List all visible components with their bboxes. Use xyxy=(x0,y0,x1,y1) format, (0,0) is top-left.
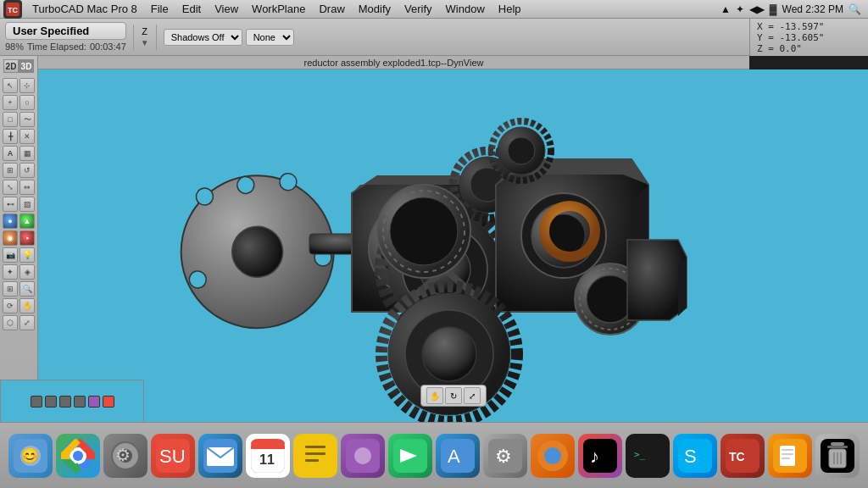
view3d-tool[interactable]: ⬡ xyxy=(3,315,18,330)
svg-text:⚙: ⚙ xyxy=(495,446,512,467)
none-dropdown[interactable]: None xyxy=(246,29,294,46)
dock-itunes[interactable]: ♪ xyxy=(578,434,622,478)
viewport[interactable]: ✋ ↻ ⤢ xyxy=(38,69,868,422)
scale-tool[interactable]: ⤡ xyxy=(3,180,18,195)
tool-row-8: ⊷ ▨ xyxy=(3,197,35,212)
dock-finder[interactable]: 😊 xyxy=(8,434,53,478)
dimension-tool[interactable]: ⊷ xyxy=(3,197,18,212)
arrow-tool[interactable]: ↖ xyxy=(3,78,18,93)
progress-row: 98% Time Elapsed: 00:03:47 xyxy=(5,42,126,52)
dock-turbocad[interactable]: TC xyxy=(721,434,765,478)
sphere-tool[interactable]: ● xyxy=(3,214,18,229)
wave-tool[interactable]: 〜 xyxy=(19,112,35,127)
dock-facetime[interactable] xyxy=(388,434,432,478)
tool-row-2: + ○ xyxy=(3,95,35,110)
bluetooth-icon: ✦ xyxy=(736,3,744,15)
dock-appstore[interactable]: A xyxy=(436,434,480,478)
time-label: Time Elapsed: xyxy=(27,42,86,52)
mini-viewport xyxy=(0,380,144,422)
float-toolbar: ✋ ↻ ⤢ xyxy=(420,385,487,407)
svg-text:SU: SU xyxy=(159,446,186,467)
mirror-tool[interactable]: ⇔ xyxy=(19,180,35,195)
dock: 😊 ⚙ SU 11 A ⚙ ♪ >_ xyxy=(0,422,868,488)
battery-icon: ▓ xyxy=(770,3,777,15)
menu-draw[interactable]: Draw xyxy=(312,1,351,17)
svg-rect-84 xyxy=(782,458,790,459)
add-tool[interactable]: + xyxy=(3,95,18,110)
dock-mail[interactable] xyxy=(198,434,242,478)
menu-file[interactable]: File xyxy=(144,1,175,17)
tool-row-12: ✦ ◈ xyxy=(3,264,35,280)
dock-system2[interactable]: ⚙ xyxy=(483,434,527,478)
cone-tool[interactable]: ▲ xyxy=(19,214,35,229)
dock-chrome[interactable] xyxy=(56,434,100,478)
menu-help[interactable]: Help xyxy=(492,1,528,17)
cylinder-tool[interactable]: ◉ xyxy=(3,230,18,246)
filename-text: reductor assembly exploded1.tcp--DynView xyxy=(304,58,484,68)
tool-row-4: ╋ ✕ xyxy=(3,129,35,144)
shadows-dropdown[interactable]: Shadows Off xyxy=(164,29,242,46)
rect-tool[interactable]: □ xyxy=(3,112,18,127)
rotate-tool[interactable]: ↺ xyxy=(19,163,35,178)
left-panel: 2D 3D ↖ ⊹ + ○ □ 〜 ╋ ✕ A ▦ ⊞ ↺ ⤡ ⇔ ⊷ ▨ ● … xyxy=(0,56,38,422)
mini-icon-1 xyxy=(31,396,42,408)
dock-trash[interactable] xyxy=(815,434,860,478)
zoom-fit-tool[interactable]: ⤢ xyxy=(19,315,35,330)
rotate3d-tool[interactable]: ↻ xyxy=(445,387,462,404)
snap-tool[interactable]: ⊞ xyxy=(3,163,18,178)
hand-tool[interactable]: ✋ xyxy=(426,387,443,404)
zoom-tool[interactable]: 🔍 xyxy=(19,281,35,297)
dock-sketchup[interactable]: SU xyxy=(151,434,195,478)
image-tool[interactable]: ▦ xyxy=(19,146,35,161)
wifi-icon: ▲ xyxy=(721,3,731,15)
text-tool[interactable]: A xyxy=(3,146,18,161)
tool-row-15: ⬡ ⤢ xyxy=(3,315,35,330)
menu-window[interactable]: Window xyxy=(439,1,492,17)
svg-rect-60 xyxy=(305,459,319,462)
cross-tool[interactable]: ╋ xyxy=(3,129,18,144)
tool-row-9: ● ▲ xyxy=(3,214,35,229)
dock-docs[interactable] xyxy=(768,434,812,478)
menu-modify[interactable]: Modify xyxy=(352,1,398,17)
svg-point-27 xyxy=(390,197,458,265)
dock-system-prefs[interactable]: ⚙ xyxy=(103,434,147,478)
menu-edit[interactable]: Edit xyxy=(175,1,208,17)
circle-tool[interactable]: ○ xyxy=(19,95,35,110)
spotlight-icon[interactable]: 🔍 xyxy=(849,3,861,15)
svg-text:⚙: ⚙ xyxy=(115,446,131,464)
x-tool[interactable]: ✕ xyxy=(19,129,35,144)
zoom-fit-btn[interactable]: ⤢ xyxy=(464,387,481,404)
box-tool[interactable]: ▪ xyxy=(19,230,35,246)
dock-calendar[interactable]: 11 xyxy=(246,434,290,478)
menu-verify[interactable]: Verify xyxy=(398,1,439,17)
render-tool[interactable]: ✦ xyxy=(3,264,18,280)
camera-tool[interactable]: 📷 xyxy=(3,247,18,263)
toolbar-sep-2 xyxy=(156,25,157,50)
dock-skype[interactable]: S xyxy=(673,434,717,478)
tool-row-3: □ 〜 xyxy=(3,112,35,127)
dock-firefox[interactable] xyxy=(531,434,575,478)
svg-rect-86 xyxy=(827,446,848,448)
tool-row-14: ⟳ ✋ xyxy=(3,298,35,313)
dock-notes[interactable] xyxy=(293,434,337,478)
grid-tool[interactable]: ⊞ xyxy=(3,281,18,297)
select-tool[interactable]: ⊹ xyxy=(19,78,35,93)
mode-3d-btn[interactable]: 3D xyxy=(19,59,34,73)
mode-2d-btn[interactable]: 2D xyxy=(3,59,19,73)
orbit-tool[interactable]: ⟳ xyxy=(3,298,18,313)
light-tool[interactable]: 💡 xyxy=(19,247,35,263)
progress-value: 98% xyxy=(5,42,24,52)
material-tool[interactable]: ◈ xyxy=(19,264,35,280)
hatch-tool[interactable]: ▨ xyxy=(19,197,35,212)
menu-workplane[interactable]: WorkPlane xyxy=(245,1,312,17)
svg-text:>_: >_ xyxy=(634,449,646,460)
svg-rect-71 xyxy=(583,439,617,473)
menu-turbocad[interactable]: TurboCAD Mac Pro 8 xyxy=(25,1,144,17)
pan-tool[interactable]: ✋ xyxy=(19,298,35,313)
svg-text:♪: ♪ xyxy=(590,446,599,467)
app-icon[interactable]: TC xyxy=(3,0,22,19)
dock-terminal[interactable]: >_ xyxy=(626,434,670,478)
dock-photos[interactable] xyxy=(341,434,385,478)
menu-view[interactable]: View xyxy=(208,1,245,17)
filename-bar: reductor assembly exploded1.tcp--DynView xyxy=(38,56,749,69)
